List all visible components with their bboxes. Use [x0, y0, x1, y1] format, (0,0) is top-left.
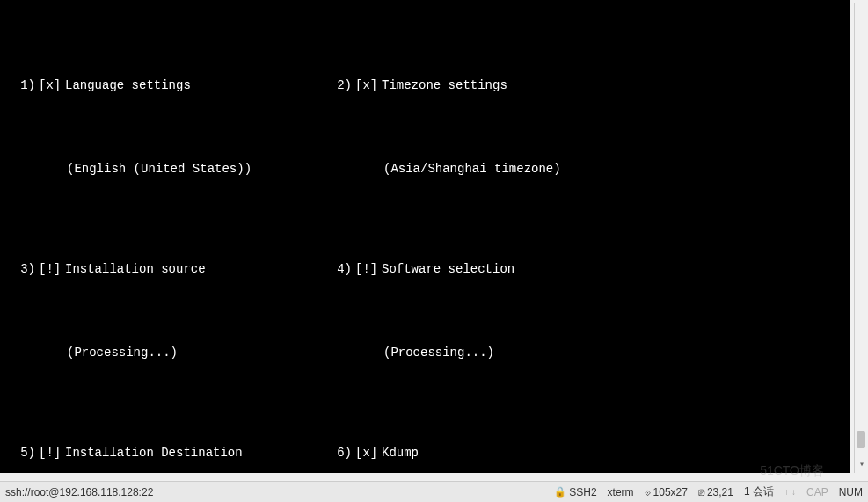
- menu-option-5[interactable]: 5) [!]Installation Destination: [7, 445, 324, 462]
- menu-option-4[interactable]: 4) [!]Software selection: [324, 261, 843, 278]
- menu-detail-3: (Processing...): [7, 345, 324, 361]
- protocol-indicator: 🔒 SSH2: [554, 486, 596, 498]
- nav-arrows[interactable]: ↑↓: [784, 487, 796, 497]
- install-menu-row-2: 3) [!]Installation source 4) [!]Software…: [7, 228, 843, 311]
- terminal-size: ⟐ 105x27: [645, 486, 688, 498]
- menu-option-1[interactable]: 1) [x]Language settings: [7, 77, 324, 94]
- resize-icon: ⟐: [645, 486, 651, 498]
- vertical-scrollbar[interactable]: ▾: [854, 3, 868, 473]
- terminal-window[interactable]: 1) [x]Language settings 2) [x]Timezone s…: [0, 0, 850, 473]
- menu-option-6[interactable]: 6) [x]Kdump: [324, 445, 843, 462]
- cursor-position: ⎚ 23,21: [698, 486, 733, 498]
- status-bar: ssh://root@192.168.118.128:22 🔒 SSH2 xte…: [0, 481, 868, 502]
- menu-option-2[interactable]: 2) [x]Timezone settings: [324, 77, 843, 94]
- watermark-text: 51CTO博客: [760, 463, 824, 479]
- install-menu-row-1-detail: (English (United States)) (Asia/Shanghai…: [7, 161, 843, 178]
- arrow-down-icon[interactable]: ↓: [791, 487, 796, 497]
- scroll-down-arrow-icon[interactable]: ▾: [855, 459, 868, 473]
- scroll-track[interactable]: ▾: [855, 3, 868, 473]
- num-indicator: NUM: [839, 486, 863, 498]
- terminal-type: xterm: [608, 486, 634, 498]
- install-menu-row-2-detail: (Processing...) (Processing...): [7, 345, 843, 361]
- position-icon: ⎚: [698, 486, 704, 498]
- menu-detail-2: (Asia/Shanghai timezone): [324, 161, 843, 178]
- session-count: 1 会话: [744, 484, 774, 499]
- lock-icon: 🔒: [554, 486, 566, 498]
- install-menu-row-1: 1) [x]Language settings 2) [x]Timezone s…: [7, 44, 843, 127]
- caps-indicator: CAP: [806, 486, 828, 498]
- scroll-thumb[interactable]: [857, 431, 865, 448]
- arrow-up-icon[interactable]: ↑: [784, 487, 789, 497]
- menu-detail-1: (English (United States)): [7, 161, 324, 178]
- menu-option-3[interactable]: 3) [!]Installation source: [7, 261, 324, 278]
- connection-string: ssh://root@192.168.118.128:22: [5, 486, 554, 498]
- menu-detail-4: (Processing...): [324, 345, 843, 361]
